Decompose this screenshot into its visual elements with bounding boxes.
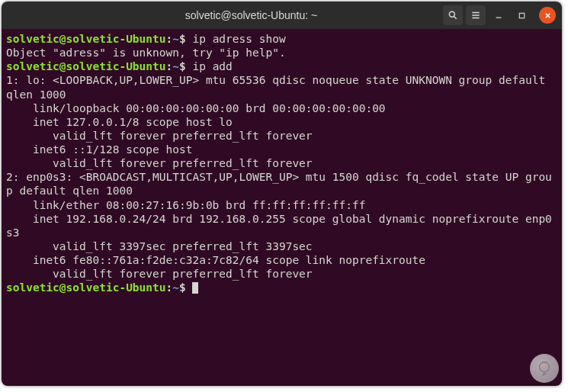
titlebar: solvetic@solvetic-Ubuntu: ~ [2, 2, 562, 29]
prompt-path: ~ [172, 33, 179, 45]
prompt-sep: : [166, 60, 173, 72]
minimize-icon [494, 11, 503, 20]
watermark-icon [530, 354, 559, 383]
svg-rect-6 [519, 13, 524, 18]
prompt-dollar: $ [179, 281, 186, 294]
prompt-user: solvetic@solvetic-Ubuntu [6, 60, 166, 72]
output-line: inet6 fe80::761a:f2de:c32a:7c82/64 scope… [6, 254, 432, 266]
terminal-window: solvetic@solvetic-Ubuntu: ~ solvetic@sol… [2, 2, 562, 386]
prompt-user: solvetic@solvetic-Ubuntu [6, 281, 166, 294]
command-text: ip add [186, 60, 233, 72]
output-line: Object "adress" is unknown, try "ip help… [6, 47, 286, 59]
output-line: valid_lft forever preferred_lft forever [6, 157, 313, 169]
output-line: valid_lft 3397sec preferred_lft 3397sec [6, 240, 313, 252]
output-line: inet 192.168.0.24/24 brd 192.168.0.255 s… [6, 213, 552, 239]
output-line: valid_lft forever preferred_lft forever [6, 268, 313, 280]
close-icon [544, 11, 552, 20]
menu-button[interactable] [466, 5, 486, 25]
prompt-sep: : [166, 281, 173, 294]
search-icon [448, 10, 458, 21]
output-line: 2: enp0s3: <BROADCAST,MULTICAST,UP,LOWER… [6, 171, 552, 197]
prompt-user: solvetic@solvetic-Ubuntu [6, 33, 166, 45]
cursor [192, 282, 198, 294]
window-title: solvetic@solvetic-Ubuntu: ~ [64, 9, 438, 21]
prompt-path: ~ [172, 281, 179, 294]
output-line: inet 127.0.0.1/8 scope host lo [6, 116, 233, 128]
prompt-dollar: $ [179, 60, 186, 72]
maximize-button[interactable] [512, 5, 531, 25]
menu-icon [470, 10, 481, 21]
output-line: valid_lft forever preferred_lft forever [6, 130, 313, 142]
output-line: inet6 ::1/128 scope host [6, 143, 199, 156]
prompt-sep: : [166, 33, 173, 45]
command-text: ip adress show [186, 33, 286, 45]
terminal-body[interactable]: solvetic@solvetic-Ubuntu:~$ ip adress sh… [2, 29, 562, 386]
output-line: 1: lo: <LOOPBACK,UP,LOWER_UP> mtu 65536 … [6, 74, 552, 100]
maximize-icon [518, 11, 526, 20]
search-button[interactable] [443, 5, 463, 25]
prompt-path: ~ [172, 60, 179, 72]
svg-point-9 [540, 362, 550, 372]
output-line: link/ether 08:00:27:16:9b:0b brd ff:ff:f… [6, 199, 365, 211]
minimize-button[interactable] [489, 5, 509, 25]
output-line: link/loopback 00:00:00:00:00:00 brd 00:0… [6, 102, 386, 114]
svg-point-0 [449, 11, 454, 17]
svg-line-1 [454, 16, 456, 18]
prompt-dollar: $ [179, 33, 186, 45]
close-button[interactable] [539, 7, 556, 24]
